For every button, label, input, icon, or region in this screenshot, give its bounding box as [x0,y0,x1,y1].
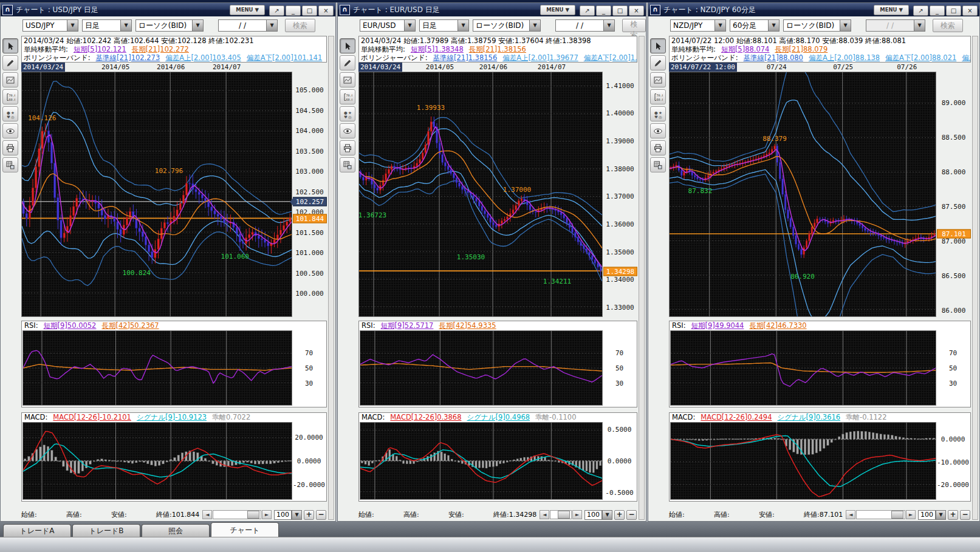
scroll-left-button[interactable]: ◄ [540,510,549,519]
scale-icon[interactable]: 70.060.0 [2,89,18,104]
chevron-down-icon[interactable]: ▼ [768,19,780,32]
scale-icon[interactable]: 70.060.0 [340,89,355,104]
eye-icon[interactable] [340,123,355,138]
scroll-right-button[interactable]: ► [572,510,582,519]
bb-devA-up-link[interactable]: 偏差A上[2.00]88.138 [809,53,880,62]
macd-signal-link[interactable]: シグナル[9]0.4968 [467,413,530,421]
eye-icon[interactable] [2,123,18,138]
chevron-down-icon[interactable]: ▼ [457,19,469,32]
tab-4[interactable]: チャート [211,522,279,537]
sma-short-link[interactable]: 短期[5]102.121 [74,45,126,53]
window-scrollbar[interactable] [328,36,334,520]
macd-main-link[interactable]: MACD[12-26]0.2494 [701,413,772,421]
minimize-button[interactable]: _ [286,5,301,16]
minimize-button[interactable]: _ [930,5,945,16]
window-scrollbar[interactable] [972,36,978,520]
bb-devA-up-link[interactable]: 偏差A上[2.00]1.39677 [502,53,578,62]
menu-button[interactable]: MENU ▼ [230,5,265,15]
popout-button[interactable]: ↗ [269,5,284,16]
popout-button[interactable]: ↗ [580,5,595,16]
scrollbar-thumb[interactable] [891,511,903,519]
scale-icon[interactable]: 70.060.0 [650,89,666,104]
close-button[interactable]: × [318,5,334,16]
macd-main-link[interactable]: MACD[12-26]-10.2101 [53,413,131,421]
bb-center-link[interactable]: 基準線[21]1.38156 [433,53,498,62]
maximize-button[interactable]: □ [302,5,317,16]
minimize-button[interactable]: _ [596,5,611,16]
draw-icon[interactable] [650,55,666,70]
chevron-down-icon[interactable]: ▼ [404,19,416,32]
rsi-short-link[interactable]: 短期[9]52.5717 [381,321,434,330]
date-select[interactable]: / /▼ [866,19,925,32]
search-button[interactable]: 検索 [285,19,315,32]
indicator-icon[interactable] [650,72,666,87]
date-select[interactable]: / /▼ [218,19,278,32]
bar-count-select[interactable]: 100▼ [918,510,946,520]
chevron-down-icon[interactable]: ▼ [603,19,615,32]
chevron-down-icon[interactable]: ▼ [192,19,204,32]
pair-select[interactable]: USD/JPY▼ [22,19,78,32]
rsi-long-link[interactable]: 長期[42]50.2367 [101,321,159,330]
chevron-down-icon[interactable]: ▼ [840,19,851,32]
bar-count-select[interactable]: 100▼ [274,510,302,520]
print-icon[interactable] [2,140,18,155]
indicator-icon[interactable] [340,72,355,87]
zoom-in-button[interactable]: + [304,510,314,520]
date-select[interactable]: / /▼ [555,19,615,32]
save-grid-icon[interactable] [650,157,666,172]
chevron-down-icon[interactable]: ▼ [292,510,302,520]
timeframe-select[interactable]: 60分足▼ [730,19,780,32]
scroll-right-button[interactable]: ► [906,510,916,519]
scrollbar-thumb[interactable] [247,511,259,519]
scroll-left-button[interactable]: ◄ [846,510,855,519]
menu-button[interactable]: MENU ▼ [540,5,575,15]
tab-2[interactable]: トレードB [72,524,140,537]
chart-style-select[interactable]: ローソク(BID)▼ [473,19,541,32]
macd-chart[interactable] [360,422,603,500]
save-grid-icon[interactable] [2,157,18,172]
maximize-button[interactable]: □ [612,5,628,16]
rsi-chart[interactable] [360,330,603,406]
timeframe-select[interactable]: 日足▼ [82,19,132,32]
chevron-down-icon[interactable]: ▼ [529,19,541,32]
draw-icon[interactable] [2,55,18,70]
sma-short-link[interactable]: 短期[5]88.074 [721,45,770,53]
bar-count-select[interactable]: 100▼ [584,510,612,520]
print-icon[interactable] [340,140,355,155]
chart-style-select[interactable]: ローソク(BID)▼ [783,19,851,32]
bb-center-link[interactable]: 基準線[21]102.273 [96,53,160,62]
bb-devA-up-link[interactable]: 偏差A上[2.00]103.405 [165,53,241,62]
chevron-down-icon[interactable]: ▼ [714,19,726,32]
scrollbar-track[interactable] [550,510,572,519]
sma-short-link[interactable]: 短期[5]1.38348 [411,45,464,53]
tab-1[interactable]: トレードA [3,524,71,537]
chevron-down-icon[interactable]: ▼ [936,510,946,520]
zoom-in-button[interactable]: + [614,510,625,520]
scroll-right-button[interactable]: ► [262,510,272,519]
zoom-out-button[interactable]: − [626,510,637,520]
macd-chart[interactable] [22,422,292,500]
cursor-icon[interactable] [2,38,18,53]
save-grid-icon[interactable] [340,157,355,172]
close-button[interactable]: × [962,5,978,16]
scrollbar-thumb[interactable] [558,511,570,519]
chevron-down-icon[interactable]: ▼ [120,19,132,32]
popout-button[interactable]: ↗ [913,5,928,16]
bb-devA-down-link[interactable]: 偏差A下[2.00]88.021 [885,53,956,62]
tab-3[interactable]: 照会 [142,524,210,537]
candlestick-chart[interactable]: 104.126102.796100.824101.060 [21,72,292,317]
sma-long-link[interactable]: 長期[21]1.38156 [469,45,526,53]
window-scrollbar[interactable] [639,36,645,520]
search-button[interactable]: 検索 [622,19,646,32]
scroll-left-button[interactable]: ◄ [202,510,212,519]
sma-long-link[interactable]: 長期[21]102.272 [132,45,189,53]
zoom-out-button[interactable]: − [316,510,326,520]
rsi-long-link[interactable]: 長期[42]46.7330 [749,321,806,330]
rsi-chart[interactable] [670,330,936,406]
rsi-short-link[interactable]: 短期[9]50.0052 [44,321,97,330]
search-button[interactable]: 検索 [933,19,963,32]
candlestick-chart[interactable]: 88.37987.83286.920 [669,72,936,317]
chevron-down-icon[interactable]: ▼ [914,19,925,32]
bb-devB-up-link[interactable]: 偏差B上[3 [962,53,971,62]
symbols-icon[interactable]: ●★♥◎ [650,106,666,121]
